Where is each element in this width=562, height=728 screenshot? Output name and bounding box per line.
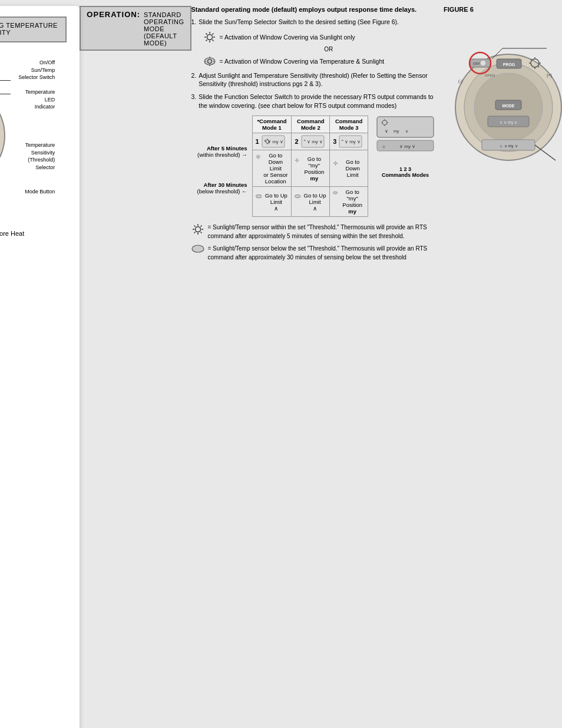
op-step1: 1. Slide the Sun/Temp Selector Switch to… [191,18,438,27]
svg-point-15 [207,34,212,39]
section2-header: OPERATION: STANDARD OPERATING MODE (DEFA… [80,6,191,51]
svg-text:∨: ∨ [405,129,408,133]
sun-small-2 [295,156,299,165]
temp-sens-label: TemperatureSensitivity(Threshold)Selecto… [25,141,55,171]
svg-line-46 [256,156,257,156]
figure5-area: FIGURE 5 On/OffSun/TempSelector Switch T… [0,50,67,728]
svg-line-82 [200,226,201,227]
svg-text:☼ ∨ my ∨: ☼ ∨ my ∨ [499,144,518,149]
onoff-label: On/OffSun/TempSelector Switch [18,59,55,81]
oval-small-1 [256,192,262,200]
op-left: Standard operating mode (default) employ… [191,6,438,265]
mode1-row2: Go to Up Limit∧ [252,187,292,217]
icon-rows: = Activation of Window Covering via Sunl… [203,31,438,68]
col-header-3: Command Mode 3 [330,116,368,133]
sensor-diagram-svg: PROG MODE [0,74,14,203]
svg-text:(+): (+) [547,73,552,78]
col-num-1: 1 ⌃∨ my ∨ [252,133,292,150]
oval-small-2 [295,192,300,200]
legend-row-1: = Sunlight/Temp sensor within the set "T… [191,223,438,241]
modes-label: 1 2 3Commands Modes [373,166,438,178]
command-table-area: After 5 Minutes (within threshold) → Aft… [191,116,438,217]
legend-row-2: = Sunlight/Temp sensor below the set "Th… [191,244,438,262]
svg-text:∧ ∨ my ∨: ∧ ∨ my ∨ [500,120,517,125]
svg-rect-63 [377,117,434,137]
svg-line-21 [212,39,213,41]
col-num-2: 2 ⌃∨ my ∨ [292,133,330,150]
oval-legend-icon [191,244,204,256]
svg-point-55 [335,163,336,164]
op-step2: 2. Adjust Sunlight and Temperature Sensi… [191,71,438,88]
svg-line-20 [206,33,207,34]
table-row-labels: After 5 Minutes (within threshold) → Aft… [191,116,247,195]
mode1-icon-img: ⌃∨ my ∨ [262,135,285,148]
mode2-row2: Go to Up Limit∧ [292,187,330,217]
svg-line-108 [535,145,556,160]
mode2-row1: Go to "my" Positionmy [292,150,330,187]
sun-icon-1 [203,31,216,44]
or-text: OR [220,46,438,52]
operation-label: OPERATION: [87,10,140,19]
page: SETTING THE SENSOR SENSITIVITY (THRESHOL… [0,6,80,728]
mode3-row1: Go to Down Limit [330,150,368,187]
svg-line-23 [206,39,207,41]
col-num-3: 3 ⌃∨ my ∨ [330,133,368,150]
operation-mode-label: STANDARD OPERATING MODE (DEFAULT MODE) [144,11,184,47]
mode3-icon-img: ⌃∨ my ∨ [339,135,362,148]
svg-point-8 [0,85,5,186]
after5-label: After 5 Minutes (within threshold) → [191,145,247,158]
svg-text:MODE: MODE [503,104,515,108]
figure5-image: On/OffSun/TempSelector Switch Temperatur… [0,59,55,230]
fig6-svg: OFF PROG OPEN [444,31,562,190]
svg-text:∨: ∨ [385,129,388,134]
sun-small-1 [256,152,261,162]
table-row-2: Go to Up Limit∧ Go to Up Limit∧ [252,187,368,217]
svg-point-84 [192,245,204,252]
modes-diagram: ∨ my ∨ ☼ ∨ my ∨ [376,116,435,163]
svg-line-22 [212,33,213,34]
icon2-text: = Activation of Window Covering via Temp… [220,58,385,65]
after30-label: After 30 Minutes (below threshold) ← [191,182,247,195]
oval-small-3 [333,189,338,197]
modes-image: ∨ my ∨ ☼ ∨ my ∨ 1 2 3Commands Modes [373,116,438,178]
svg-point-75 [195,227,200,232]
figure6-diagram: OFF PROG OPEN [444,31,562,202]
svg-text:☼: ☼ [382,144,386,149]
figure6-label: FIGURE 6 [444,6,474,13]
top-section: 1. Carefully remove rear cover of the Th… [0,50,67,728]
oval-sun-icon [203,55,216,68]
svg-text:PROG: PROG [503,62,515,67]
mode-btn-label: Mode Button [25,189,55,195]
legend-text-2: = Sunlight/Temp sensor below the set "Th… [208,244,438,262]
command-table: *Command Mode 1 Command Mode 2 Command M… [252,116,369,217]
col-header-2: Command Mode 2 [292,116,330,133]
sun-small-3 [333,159,338,168]
mode2-icon-img: ⌃∨ my ∨ [301,135,325,148]
bottom-legend: = Sunlight/Temp sensor within the set "T… [191,223,438,262]
icon1-text: = Activation of Window Covering via Sunl… [220,34,355,41]
svg-line-83 [194,232,195,233]
svg-text:⌃∨ my ∨: ⌃∨ my ∨ [302,139,322,144]
svg-line-80 [194,226,195,227]
svg-line-81 [200,232,201,233]
line2 [0,94,11,94]
sun-legend-icon [191,223,204,238]
svg-point-60 [256,195,262,197]
svg-line-47 [259,158,260,159]
svg-text:⌃∨ my ∨: ⌃∨ my ∨ [340,139,361,144]
op-bold-line: Standard operating mode (default) employ… [191,6,438,13]
legend-text-1: = Sunlight/Temp sensor within the set "T… [208,223,438,241]
svg-point-90 [480,60,486,66]
figure6-area: FIGURE 6 ON/OFFSun/TempSelector Switch O… [444,6,562,265]
svg-text:∨ my ∨: ∨ my ∨ [399,144,415,149]
line1 [0,80,11,81]
figure5-label: FIGURE 5 [0,50,67,57]
svg-point-50 [296,159,298,161]
svg-point-41 [257,156,259,158]
svg-line-49 [256,158,257,159]
op-step3: 3. Slide the Function Selector Switch to… [191,93,438,110]
svg-point-61 [295,195,300,197]
svg-text:OPEN: OPEN [485,74,495,77]
temp-led-label: TemperatureLEDIndicator [25,88,55,111]
operation-content: Standard operating mode (default) employ… [191,6,563,265]
